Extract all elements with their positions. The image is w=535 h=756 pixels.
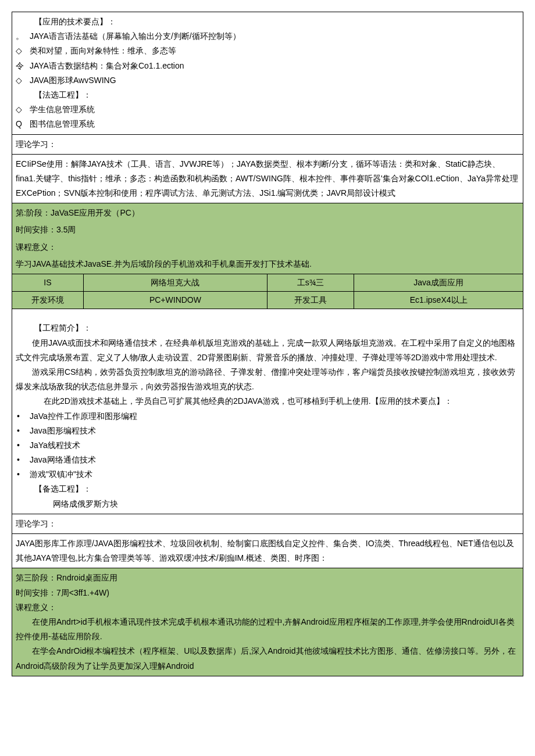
list-item: •JaYa线程技术	[16, 438, 519, 453]
bullet-dot-icon: •	[16, 438, 30, 453]
cell-env-label: 开发环境	[12, 292, 84, 309]
section-theory-heading: 理论学习：	[12, 135, 523, 155]
section-phase-android: 第三阶段：Rndroid桌面应用 时间安排：7周<3ff1.+4W) 课程意义：…	[12, 568, 523, 675]
list-text: 类和对望，面向对象特性：维承、多态等	[30, 44, 176, 58]
phase-time: 时间安排：7周<3ff1.+4W)	[16, 586, 519, 600]
cell-java-app: Java成面应用	[354, 274, 523, 291]
section-project-intro: 【工程简介】： 使用JAVA或面技术和网络通信技术，在经典单机版坦克游戏的基础上…	[12, 309, 523, 514]
section-theory-heading-2: 理论学习：	[12, 514, 523, 534]
bullet-diamond-icon: ◇	[16, 102, 30, 117]
cell-is: IS	[12, 274, 84, 291]
phase-title: 第:阶段：JaVaSE应用开发（PC）	[12, 203, 523, 223]
theory-text: JAYA图形库工作原理/JAVA图形编程技术、垃圾回收机制、绘制窗口底图线自定义…	[16, 539, 514, 562]
bullet-ling-icon: 令	[16, 59, 30, 73]
cell-tool-label: 开发工具	[268, 292, 354, 309]
heading-backup-project: 【备选工程】：	[16, 482, 519, 496]
list-text: JAYA语言语法基础（屏幕输入输出分支/判断/循环控制等）	[30, 29, 241, 44]
list-item: •游戏"双镇冲"技术	[16, 467, 519, 482]
bullet-diamond-icon: ◇	[16, 73, 30, 88]
paragraph: 在使用Andrt>id手机根本通讯现件技术完成手机根本通讯功能的过程中,卉解An…	[16, 615, 519, 644]
list-item: 令JAYA语古数据结构：集合对象Co1.1.ection	[16, 59, 519, 73]
list-text: JAVA图形球AwvSWING	[30, 73, 116, 88]
list-text: 游戏"双镇冲"技术	[30, 467, 92, 482]
section-theory-body-2: JAYA图形库工作原理/JAVA图形编程技术、垃圾回收机制、绘制窗口底图线自定义…	[12, 534, 523, 568]
list-item: •Java网络通信技术	[16, 453, 519, 467]
backup-text: 网络成俄罗斯方块	[16, 497, 519, 511]
paragraph: 游戏采用CS结构，效劳器负贡控制敌坦克的游动路径、子弹发射、僧撞冲突处理等动作，…	[16, 365, 519, 394]
table-row: IS 网络坦克大战 工s¾三 Java成面应用	[12, 274, 523, 292]
phase-table: IS 网络坦克大战 工s¾三 Java成面应用 开发环境 PC+WINDOW 开…	[12, 274, 523, 309]
bullet-diamond-icon: ◇	[16, 44, 30, 58]
bullet-circle-icon: 。	[16, 29, 30, 44]
table-row: 开发环境 PC+WINDOW 开发工具 Ec1.ipseX4以上	[12, 292, 523, 309]
cell-tool-value: Ec1.ipseX4以上	[354, 292, 523, 309]
section-app-tech: 【应用的技术要点】： 。JAYA语言语法基础（屏幕输入输出分支/判断/循环控制等…	[12, 12, 523, 135]
list-text: JAYA语古数据结构：集合对象Co1.1.ection	[30, 59, 184, 73]
cell-env-value: PC+WINDOW	[84, 292, 268, 309]
phase-meaning-label: 课程意义：	[16, 600, 519, 615]
paragraph: 使用JAVA或面技术和网络通信技术，在经典单机版坦克游戏的基础上，完成一款双人网…	[16, 336, 519, 365]
list-item: Q图书信息管理系统	[16, 117, 519, 131]
paragraph: 在此2D游戏技术基础上，学员自己可扩展其他经典的2DJAVA游戏，也可移植到手机…	[16, 394, 519, 409]
list-text: JaYa线程技术	[30, 438, 80, 453]
bullet-dot-icon: •	[16, 424, 30, 438]
list-text: Java图形编程技术	[30, 424, 96, 438]
list-item: ◇JAVA图形球AwvSWING	[16, 73, 519, 88]
phase-meaning-text: 学习JAVA基础技术JavaSE.并为后域阶段的手机游戏和手机臬面开发打下技术基…	[12, 257, 523, 274]
list-item: 。JAYA语言语法基础（屏幕输入输出分支/判断/循环控制等）	[16, 29, 519, 44]
section-phase-javase: 第:阶段：JaVaSE应用开发（PC） 时间安排：3.5周 课程意义： 学习JA…	[12, 203, 523, 309]
cell-gongs: 工s¾三	[268, 274, 354, 291]
paragraph: 在学会AndrOid根本编程技术（程序框架、UI以及数据库）后,深入Androi…	[16, 644, 519, 673]
bullet-dot-icon: •	[16, 467, 30, 482]
cell-tank: 网络坦克大战	[84, 274, 268, 291]
heading-tech-points: 【应用的技术要点】：	[16, 15, 519, 29]
heading-alt-project: 【法选工程】：	[16, 88, 519, 102]
list-text: JaVa控件工作原理和图形编程	[30, 409, 137, 424]
theory-title: 理论学习：	[16, 139, 56, 149]
theory-text: ECIiPSe使用：解降JAYA技术（工具、语言、JVWJRE等）；JAYA数据…	[16, 159, 518, 198]
phase-meaning-label: 课程意义：	[12, 240, 523, 257]
phase-time: 时间安排：3.5周	[12, 223, 523, 239]
list-text: 学生信息管理系统	[30, 102, 95, 117]
list-item: •Java图形编程技术	[16, 424, 519, 438]
list-text: 图书信息管理系统	[30, 117, 95, 131]
section-theory-body: ECIiPSe使用：解降JAYA技术（工具、语言、JVWJRE等）；JAYA数据…	[12, 155, 523, 204]
list-item: ◇类和对望，面向对象特性：维承、多态等	[16, 44, 519, 58]
document-table: 【应用的技术要点】： 。JAYA语言语法基础（屏幕输入输出分支/判断/循环控制等…	[12, 12, 523, 676]
bullet-dot-icon: •	[16, 409, 30, 424]
list-text: Java网络通信技术	[30, 453, 96, 467]
list-item: ◇学生信息管理系统	[16, 102, 519, 117]
theory-title: 理论学习：	[16, 519, 56, 528]
bullet-dot-icon: •	[16, 453, 30, 467]
heading-project-intro: 【工程简介】：	[16, 321, 519, 335]
phase-title: 第三阶段：Rndroid桌面应用	[16, 571, 519, 585]
list-item: •JaVa控件工作原理和图形编程	[16, 409, 519, 424]
bullet-q-icon: Q	[16, 117, 30, 131]
